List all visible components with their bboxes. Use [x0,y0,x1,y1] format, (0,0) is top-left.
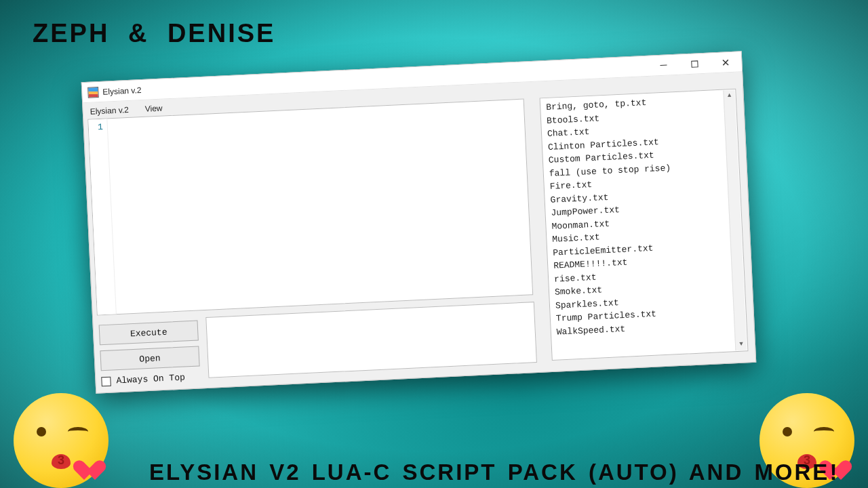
window-title: Elysian v.2 [102,85,142,97]
close-button[interactable]: ✕ [710,52,742,73]
always-on-top-label: Always On Top [116,372,185,386]
maximize-button[interactable] [679,53,711,75]
code-editor[interactable]: 1 [87,98,533,315]
output-panel[interactable] [205,302,537,378]
always-on-top-checkbox[interactable]: Always On Top [101,372,185,386]
kiss-emoji-left [14,393,108,488]
checkbox-icon[interactable] [101,376,111,386]
overlay-title-bottom: ELYSIAN V2 LUA-C SCRIPT PACK (AUTO) AND … [149,460,839,485]
open-button[interactable]: Open [100,346,199,371]
scroll-down-icon[interactable]: ▼ [736,338,747,350]
app-icon [87,87,99,98]
app-window: Elysian v.2 ✕ Elysian v.2 View 1 Bring, … [81,51,757,393]
menu-view[interactable]: View [142,102,165,115]
execute-button[interactable]: Execute [99,321,199,346]
script-list[interactable]: Bring, goto, tp.txtBtools.txtChat.txtCli… [540,89,749,361]
overlay-title-top: ZEPH & DENISE [33,19,275,48]
editor-content[interactable] [107,100,532,314]
scroll-up-icon[interactable]: ▲ [724,90,735,102]
minimize-button[interactable] [648,54,679,76]
